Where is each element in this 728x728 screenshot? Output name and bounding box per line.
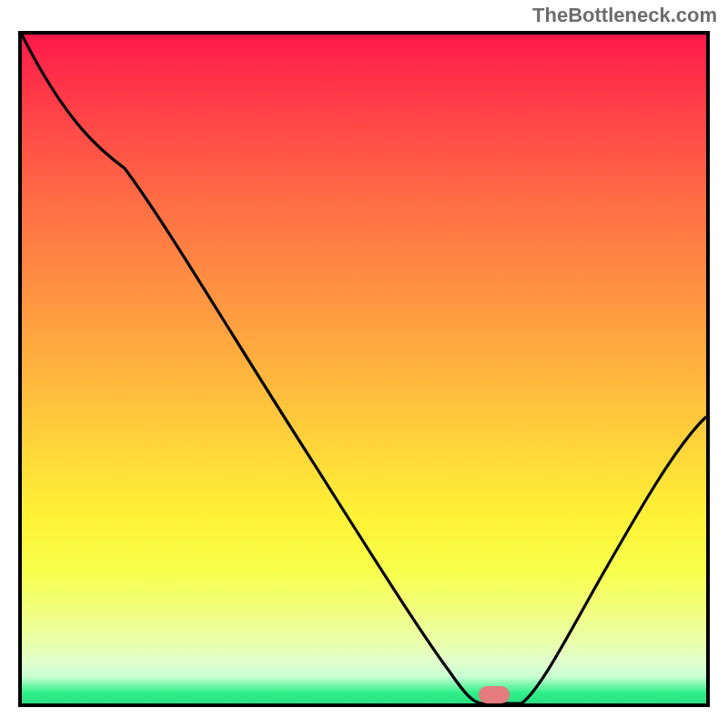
- chart-curve-svg: [22, 35, 706, 703]
- chart-plot-area: [18, 31, 710, 707]
- chart-marker-pill: [479, 686, 510, 703]
- chart-curve-path: [22, 35, 706, 703]
- watermark-text: TheBottleneck.com: [532, 4, 717, 27]
